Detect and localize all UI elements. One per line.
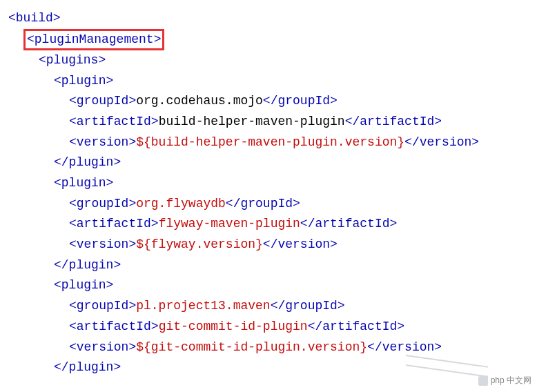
artifactid-close-tag: </artifactId> <box>345 115 442 128</box>
build-open-tag: <build> <box>8 11 61 25</box>
groupid-close-tag: </groupId> <box>263 94 338 108</box>
version-open-tag: <version> <box>69 135 136 149</box>
watermark-text: php 中文网 <box>491 374 531 386</box>
artifactid-open-tag: <artifactId> <box>69 320 159 333</box>
version-value: ${git-commit-id-plugin.version} <box>136 340 367 354</box>
artifactid-close-tag: </artifactId> <box>308 320 404 333</box>
version-value: ${build-helper-maven-plugin.version} <box>136 135 404 149</box>
plugin-close-tag: </plugin> <box>54 360 121 374</box>
decorative-strikes <box>406 352 489 373</box>
groupid-close-tag: </groupId> <box>271 299 345 313</box>
plugin-close-tag: </plugin> <box>54 155 121 169</box>
groupid-open-tag: <groupId> <box>69 299 136 313</box>
plugin-open-tag: <plugin> <box>54 278 113 292</box>
plugins-open-tag: <plugins> <box>39 53 106 67</box>
groupid-open-tag: <groupId> <box>69 94 136 108</box>
highlighted-plugin-management: <pluginManagement> <box>23 29 164 50</box>
groupid-value: org.flywaydb <box>136 197 226 210</box>
groupid-value: pl.project13.maven <box>136 299 270 313</box>
version-close-tag: </version> <box>404 135 479 149</box>
groupid-close-tag: </groupId> <box>226 197 300 210</box>
plugin-open-tag: <plugin> <box>54 74 113 88</box>
groupid-value: org.codehaus.mojo <box>136 94 263 108</box>
artifactid-value: git-commit-id-plugin <box>159 320 308 333</box>
groupid-open-tag: <groupId> <box>69 197 136 210</box>
version-value: ${flyway.version} <box>136 237 263 251</box>
version-open-tag: <version> <box>69 237 136 251</box>
artifactid-close-tag: </artifactId> <box>300 217 397 231</box>
version-open-tag: <version> <box>69 340 136 354</box>
artifactid-value: flyway-maven-plugin <box>159 217 300 231</box>
watermark: php 中文网 <box>478 374 531 386</box>
php-icon <box>478 376 488 386</box>
artifactid-value: build-helper-maven-plugin <box>159 115 345 128</box>
artifactid-open-tag: <artifactId> <box>69 115 159 128</box>
plugin-open-tag: <plugin> <box>54 176 113 190</box>
pluginmanagement-open-tag: <pluginManagement> <box>27 32 161 46</box>
plugin-close-tag: </plugin> <box>54 258 121 272</box>
version-close-tag: </version> <box>263 237 338 251</box>
artifactid-open-tag: <artifactId> <box>69 217 159 231</box>
